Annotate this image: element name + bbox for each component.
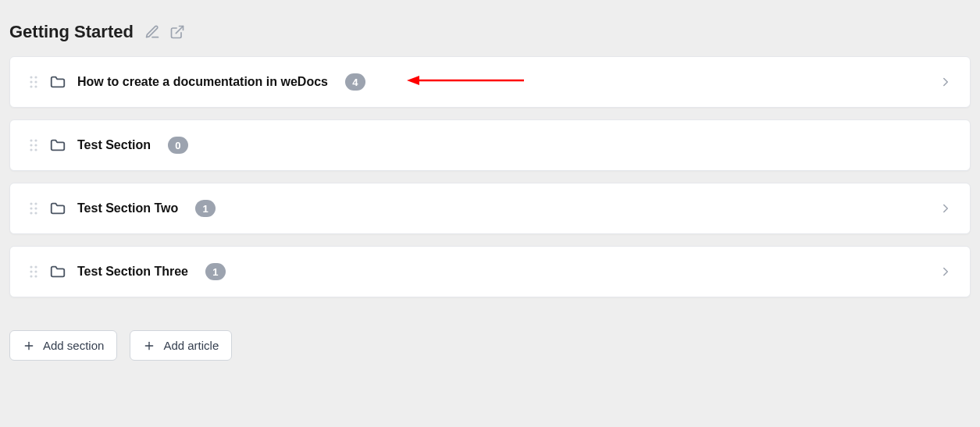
header-actions xyxy=(144,24,185,40)
svg-point-17 xyxy=(30,207,32,209)
count-badge: 4 xyxy=(345,73,365,91)
folder-icon xyxy=(49,137,66,154)
add-article-label: Add article xyxy=(163,339,219,352)
svg-point-11 xyxy=(30,144,32,146)
drag-handle-icon[interactable] xyxy=(27,265,40,279)
plus-icon xyxy=(143,340,155,352)
svg-line-0 xyxy=(176,27,183,34)
section-item[interactable]: How to create a documentation in weDocs … xyxy=(9,56,971,108)
drag-handle-icon[interactable] xyxy=(27,75,40,89)
section-label: How to create a documentation in weDocs xyxy=(77,75,328,89)
svg-marker-8 xyxy=(407,76,419,85)
chevron-right-icon[interactable] xyxy=(939,75,953,89)
svg-point-10 xyxy=(34,139,37,141)
drag-handle-icon[interactable] xyxy=(27,201,40,215)
svg-point-24 xyxy=(34,270,37,272)
svg-point-1 xyxy=(30,76,32,78)
folder-icon xyxy=(49,200,66,217)
svg-point-12 xyxy=(34,144,37,146)
svg-point-5 xyxy=(30,85,32,87)
svg-point-19 xyxy=(30,212,32,214)
svg-point-4 xyxy=(34,80,37,83)
svg-point-25 xyxy=(30,275,32,277)
add-article-button[interactable]: Add article xyxy=(130,330,232,361)
svg-point-13 xyxy=(30,148,32,151)
chevron-right-icon[interactable] xyxy=(939,201,953,215)
add-section-label: Add section xyxy=(43,339,104,352)
section-item[interactable]: Test Section Three 1 xyxy=(9,246,971,297)
svg-point-14 xyxy=(34,148,37,151)
sections-list: How to create a documentation in weDocs … xyxy=(9,56,971,297)
section-item[interactable]: Test Section 0 xyxy=(9,119,971,171)
section-label: Test Section Three xyxy=(77,265,188,279)
svg-point-22 xyxy=(34,265,37,268)
svg-point-26 xyxy=(34,275,37,277)
section-item[interactable]: Test Section Two 1 xyxy=(9,183,971,234)
svg-point-18 xyxy=(34,207,37,209)
section-label: Test Section Two xyxy=(77,201,178,215)
chevron-right-icon[interactable] xyxy=(939,265,953,279)
drag-handle-icon[interactable] xyxy=(27,138,40,152)
page-title: Getting Started xyxy=(9,22,134,42)
svg-point-3 xyxy=(30,80,32,83)
count-badge: 1 xyxy=(195,200,216,217)
external-link-icon[interactable] xyxy=(169,24,185,40)
plus-icon xyxy=(23,340,35,352)
add-section-button[interactable]: Add section xyxy=(9,330,117,361)
header: Getting Started xyxy=(9,22,971,42)
svg-point-20 xyxy=(34,212,37,214)
svg-point-23 xyxy=(30,270,32,272)
svg-point-2 xyxy=(34,76,37,78)
actions: Add section Add article xyxy=(9,330,971,361)
svg-point-6 xyxy=(34,85,37,87)
section-label: Test Section xyxy=(77,138,151,152)
count-badge: 0 xyxy=(168,137,188,154)
folder-icon xyxy=(49,263,66,280)
svg-point-16 xyxy=(34,202,37,205)
svg-point-15 xyxy=(30,202,32,205)
svg-point-21 xyxy=(30,265,32,268)
pencil-icon[interactable] xyxy=(144,24,160,40)
arrow-annotation-icon xyxy=(407,73,524,91)
count-badge: 1 xyxy=(205,263,226,280)
folder-icon xyxy=(49,73,66,91)
svg-point-9 xyxy=(30,139,32,141)
